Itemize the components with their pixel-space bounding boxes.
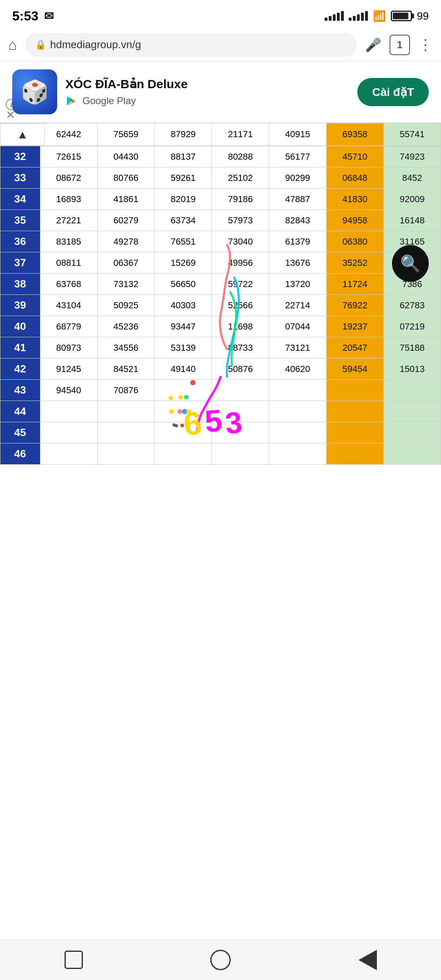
table-row: 386376873132566505972213720117247386 [0,274,441,295]
data-cell: 83185 [40,231,97,252]
data-cell: 56177 [269,146,326,167]
table-row: 3683185492787655173040613790638031165 [0,231,441,252]
row-number-cell: 39 [0,295,40,316]
data-cell: 59261 [154,167,212,189]
data-cell [154,443,212,465]
data-cell: 45236 [97,316,154,337]
data-cell [383,443,441,465]
table-row: 3943104509254030352566227147692262783 [0,295,441,316]
data-cell [154,422,212,443]
data-cell: 16893 [40,189,97,210]
partial-cell-3: 87929 [154,123,212,146]
data-cell: 43104 [40,295,97,316]
row-number-cell: 43 [0,380,40,401]
collapse-button[interactable]: ▲ [0,123,45,146]
data-cell: 82019 [154,189,212,210]
browser-bar: ⌂ 🔒 hdmediagroup.vn/g 🎤 1 ⋮ [0,29,441,61]
partial-cell-4: 21171 [212,123,269,146]
data-cell: 59454 [326,359,383,380]
nav-back-button[interactable] [351,944,384,976]
table-row: 4068779452369344711698070441923707219 [0,316,441,337]
data-cell: 59722 [212,274,269,295]
data-cell: 20547 [326,337,383,359]
row-number-cell: 36 [0,231,40,252]
install-button[interactable]: Cài đặT [357,78,429,106]
data-cell: 93447 [154,316,212,337]
data-cell [212,422,269,443]
data-cell: 06367 [97,252,154,274]
main-data-table: 3272615044308813780288561774571074923330… [0,146,441,465]
row-number-cell: 45 [0,422,40,443]
partial-cell-6: 69358 [326,123,383,146]
data-cell: 73040 [212,231,269,252]
data-cell [154,380,212,401]
data-table-top: 62442 75659 87929 21171 40915 69358 5574… [0,123,441,146]
data-cell: 41861 [97,189,154,210]
nav-square-button[interactable] [57,944,90,976]
url-bar[interactable]: 🔒 hdmediagroup.vn/g [25,33,357,57]
table-row: 4291245845214914050876406205945415013 [0,359,441,380]
data-cell: 53139 [154,337,212,359]
row-number-cell: 46 [0,443,40,465]
data-cell: 45710 [326,146,383,167]
data-cell: 73121 [269,337,326,359]
menu-icon[interactable]: ⋮ [418,36,433,53]
row-number-cell: 42 [0,359,40,380]
browser-controls: 🎤 1 ⋮ [365,35,433,55]
search-icon: 🔍 [400,254,421,273]
data-cell: 07044 [269,316,326,337]
data-cell: 82843 [269,210,326,231]
data-cell: 49140 [154,359,212,380]
data-cell: 72615 [40,146,97,167]
square-icon [65,951,83,969]
data-cell: 91245 [40,359,97,380]
data-cell: 08811 [40,252,97,274]
data-cell: 8452 [383,167,441,189]
data-cell: 74923 [383,146,441,167]
table-row: 330867280766592612510290299068488452 [0,167,441,189]
home-icon[interactable]: ⌂ [8,36,17,53]
row-number-cell: 40 [0,316,40,337]
data-cell: 94540 [40,380,97,401]
row-number-cell: 37 [0,252,40,274]
table-row: 3708811063671526949956136763525235962 [0,252,441,274]
data-cell [326,380,383,401]
data-cell: 06848 [326,167,383,189]
data-cell: 13720 [269,274,326,295]
data-cell: 52566 [212,295,269,316]
data-cell: 40303 [154,295,212,316]
url-text: hdmediagroup.vn/g [50,38,141,51]
data-cell: 56650 [154,274,212,295]
data-cell: 50876 [212,359,269,380]
data-cell [269,380,326,401]
row-number-cell: 34 [0,189,40,210]
tab-count[interactable]: 1 [390,35,410,55]
ad-source-text: Google Play [82,95,136,107]
microphone-icon[interactable]: 🎤 [365,37,381,53]
data-cell: 11724 [326,274,383,295]
table-row: 44 [0,401,441,422]
data-cell: 15013 [383,359,441,380]
data-cell: 34556 [97,337,154,359]
data-cell [40,443,97,465]
row-number-cell: 32 [0,146,40,167]
data-cell [40,422,97,443]
status-right: 📶 99 [325,10,429,22]
data-cell: 06380 [326,231,383,252]
google-play-icon [65,94,78,107]
data-cell: 50925 [97,295,154,316]
data-cell: 27221 [40,210,97,231]
data-cell [212,401,269,422]
signal-icon [325,11,344,21]
signal-icon-2 [349,11,368,21]
data-cell [269,443,326,465]
data-cell [97,422,154,443]
data-cell: 94958 [326,210,383,231]
time-display: 5:53 [12,9,38,24]
data-cell [383,380,441,401]
search-fab-button[interactable]: 🔍 [392,245,429,282]
data-cell: 90299 [269,167,326,189]
nav-home-button[interactable] [204,944,237,976]
data-cell [269,401,326,422]
ad-info: XÓC ĐĨA-Bản Deluxe [65,77,349,107]
